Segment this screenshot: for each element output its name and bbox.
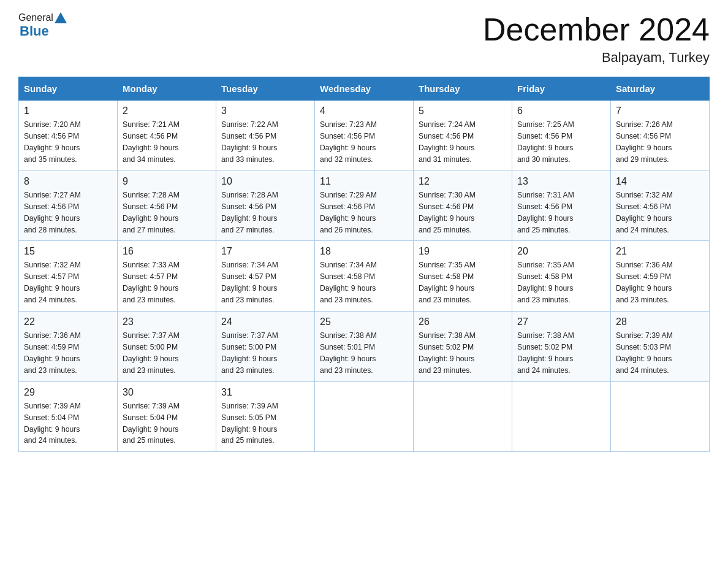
day-number: 23: [123, 316, 211, 327]
table-row: [315, 381, 414, 452]
day-info: Sunrise: 7:36 AMSunset: 4:59 PMDaylight:…: [616, 261, 673, 304]
day-info: Sunrise: 7:28 AMSunset: 4:56 PMDaylight:…: [221, 191, 278, 234]
day-number: 5: [419, 105, 507, 117]
col-wednesday: Wednesday: [315, 77, 414, 101]
table-row: 28 Sunrise: 7:39 AMSunset: 5:03 PMDaylig…: [611, 312, 710, 382]
day-number: 26: [419, 316, 507, 327]
logo-blue-text: Blue: [20, 23, 49, 39]
table-row: [611, 381, 710, 452]
day-number: 11: [320, 176, 408, 187]
day-info: Sunrise: 7:39 AMSunset: 5:04 PMDaylight:…: [24, 402, 81, 445]
day-info: Sunrise: 7:39 AMSunset: 5:05 PMDaylight:…: [221, 402, 278, 445]
day-info: Sunrise: 7:39 AMSunset: 5:04 PMDaylight:…: [123, 402, 180, 445]
table-row: 27 Sunrise: 7:38 AMSunset: 5:02 PMDaylig…: [512, 312, 611, 382]
table-row: 19 Sunrise: 7:35 AMSunset: 4:58 PMDaylig…: [414, 241, 512, 312]
day-info: Sunrise: 7:35 AMSunset: 4:58 PMDaylight:…: [517, 261, 574, 304]
page-header: General Blue December 2024 Balpayam, Tur…: [18, 12, 710, 66]
day-info: Sunrise: 7:21 AMSunset: 4:56 PMDaylight:…: [123, 120, 180, 164]
day-info: Sunrise: 7:30 AMSunset: 4:56 PMDaylight:…: [419, 191, 476, 234]
day-number: 12: [419, 176, 507, 187]
day-info: Sunrise: 7:20 AMSunset: 4:56 PMDaylight:…: [24, 120, 81, 164]
day-number: 4: [320, 105, 408, 117]
day-number: 6: [517, 105, 605, 117]
table-row: 4 Sunrise: 7:23 AMSunset: 4:56 PMDayligh…: [315, 101, 414, 171]
day-number: 15: [24, 246, 112, 257]
day-info: Sunrise: 7:39 AMSunset: 5:03 PMDaylight:…: [616, 331, 673, 375]
day-number: 27: [517, 316, 605, 327]
day-info: Sunrise: 7:32 AMSunset: 4:57 PMDaylight:…: [24, 261, 81, 304]
table-row: 7 Sunrise: 7:26 AMSunset: 4:56 PMDayligh…: [611, 101, 710, 171]
month-title: December 2024: [483, 12, 710, 47]
calendar-table: Sunday Monday Tuesday Wednesday Thursday…: [18, 77, 710, 452]
table-row: 18 Sunrise: 7:34 AMSunset: 4:58 PMDaylig…: [315, 241, 414, 312]
day-info: Sunrise: 7:36 AMSunset: 4:59 PMDaylight:…: [24, 331, 81, 375]
calendar-week-row: 1 Sunrise: 7:20 AMSunset: 4:56 PMDayligh…: [19, 101, 710, 171]
calendar-week-row: 22 Sunrise: 7:36 AMSunset: 4:59 PMDaylig…: [19, 312, 710, 382]
day-info: Sunrise: 7:23 AMSunset: 4:56 PMDaylight:…: [320, 120, 377, 164]
table-row: 6 Sunrise: 7:25 AMSunset: 4:56 PMDayligh…: [512, 101, 611, 171]
logo-general-text: General: [18, 12, 53, 23]
day-info: Sunrise: 7:32 AMSunset: 4:56 PMDaylight:…: [616, 191, 673, 234]
day-number: 30: [123, 387, 211, 398]
day-info: Sunrise: 7:37 AMSunset: 5:00 PMDaylight:…: [123, 331, 180, 375]
col-monday: Monday: [118, 77, 216, 101]
day-number: 2: [123, 105, 211, 117]
day-info: Sunrise: 7:24 AMSunset: 4:56 PMDaylight:…: [419, 120, 476, 164]
day-info: Sunrise: 7:22 AMSunset: 4:56 PMDaylight:…: [221, 120, 278, 164]
table-row: 16 Sunrise: 7:33 AMSunset: 4:57 PMDaylig…: [118, 241, 216, 312]
day-number: 29: [24, 387, 112, 398]
table-row: 29 Sunrise: 7:39 AMSunset: 5:04 PMDaylig…: [19, 381, 118, 452]
table-row: 14 Sunrise: 7:32 AMSunset: 4:56 PMDaylig…: [611, 170, 710, 241]
table-row: 21 Sunrise: 7:36 AMSunset: 4:59 PMDaylig…: [611, 241, 710, 312]
table-row: 23 Sunrise: 7:37 AMSunset: 5:00 PMDaylig…: [118, 312, 216, 382]
day-info: Sunrise: 7:38 AMSunset: 5:02 PMDaylight:…: [517, 331, 574, 375]
day-number: 8: [24, 176, 112, 187]
day-info: Sunrise: 7:34 AMSunset: 4:58 PMDaylight:…: [320, 261, 377, 304]
day-info: Sunrise: 7:27 AMSunset: 4:56 PMDaylight:…: [24, 191, 81, 234]
location-text: Balpayam, Turkey: [483, 50, 710, 66]
day-number: 3: [221, 105, 309, 117]
table-row: 17 Sunrise: 7:34 AMSunset: 4:57 PMDaylig…: [216, 241, 315, 312]
day-number: 9: [123, 176, 211, 187]
day-info: Sunrise: 7:37 AMSunset: 5:00 PMDaylight:…: [221, 331, 278, 375]
day-info: Sunrise: 7:34 AMSunset: 4:57 PMDaylight:…: [221, 261, 278, 304]
day-number: 16: [123, 246, 211, 257]
col-saturday: Saturday: [611, 77, 710, 101]
table-row: 5 Sunrise: 7:24 AMSunset: 4:56 PMDayligh…: [414, 101, 512, 171]
table-row: 10 Sunrise: 7:28 AMSunset: 4:56 PMDaylig…: [216, 170, 315, 241]
table-row: 30 Sunrise: 7:39 AMSunset: 5:04 PMDaylig…: [118, 381, 216, 452]
day-info: Sunrise: 7:29 AMSunset: 4:56 PMDaylight:…: [320, 191, 377, 234]
day-number: 20: [517, 246, 605, 257]
day-info: Sunrise: 7:35 AMSunset: 4:58 PMDaylight:…: [419, 261, 476, 304]
day-number: 7: [616, 105, 704, 117]
day-info: Sunrise: 7:31 AMSunset: 4:56 PMDaylight:…: [517, 191, 574, 234]
table-row: 25 Sunrise: 7:38 AMSunset: 5:01 PMDaylig…: [315, 312, 414, 382]
day-number: 21: [616, 246, 704, 257]
table-row: 13 Sunrise: 7:31 AMSunset: 4:56 PMDaylig…: [512, 170, 611, 241]
col-thursday: Thursday: [414, 77, 512, 101]
table-row: 26 Sunrise: 7:38 AMSunset: 5:02 PMDaylig…: [414, 312, 512, 382]
table-row: 11 Sunrise: 7:29 AMSunset: 4:56 PMDaylig…: [315, 170, 414, 241]
logo: General Blue: [18, 12, 68, 39]
day-number: 25: [320, 316, 408, 327]
day-number: 24: [221, 316, 309, 327]
table-row: 3 Sunrise: 7:22 AMSunset: 4:56 PMDayligh…: [216, 101, 315, 171]
table-row: 20 Sunrise: 7:35 AMSunset: 4:58 PMDaylig…: [512, 241, 611, 312]
table-row: 9 Sunrise: 7:28 AMSunset: 4:56 PMDayligh…: [118, 170, 216, 241]
day-info: Sunrise: 7:33 AMSunset: 4:57 PMDaylight:…: [123, 261, 180, 304]
day-number: 18: [320, 246, 408, 257]
day-number: 22: [24, 316, 112, 327]
col-tuesday: Tuesday: [216, 77, 315, 101]
table-row: 2 Sunrise: 7:21 AMSunset: 4:56 PMDayligh…: [118, 101, 216, 171]
day-info: Sunrise: 7:26 AMSunset: 4:56 PMDaylight:…: [616, 120, 673, 164]
day-number: 13: [517, 176, 605, 187]
day-number: 10: [221, 176, 309, 187]
table-row: 8 Sunrise: 7:27 AMSunset: 4:56 PMDayligh…: [19, 170, 118, 241]
table-row: [414, 381, 512, 452]
col-sunday: Sunday: [19, 77, 118, 101]
calendar-week-row: 29 Sunrise: 7:39 AMSunset: 5:04 PMDaylig…: [19, 381, 710, 452]
calendar-week-row: 8 Sunrise: 7:27 AMSunset: 4:56 PMDayligh…: [19, 170, 710, 241]
day-number: 1: [24, 105, 112, 117]
day-number: 19: [419, 246, 507, 257]
day-number: 17: [221, 246, 309, 257]
